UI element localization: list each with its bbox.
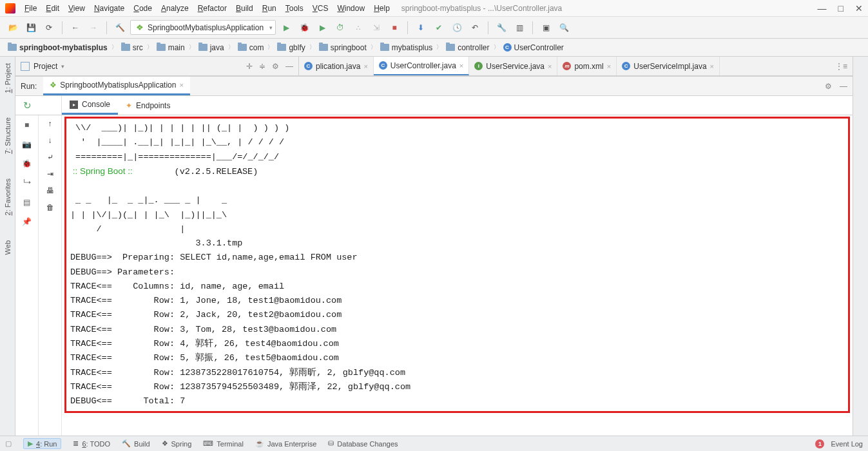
editor-tab-usercontrollerjava[interactable]: CUserController.java×: [374, 57, 469, 75]
breadcrumb-main[interactable]: main: [154, 42, 188, 53]
project-label[interactable]: Project: [34, 62, 57, 71]
settings-icon[interactable]: 🔧: [494, 20, 509, 35]
layout-icon[interactable]: ▤: [21, 197, 33, 208]
maximize-button[interactable]: □: [838, 3, 844, 14]
close-icon[interactable]: ×: [179, 81, 183, 89]
tab-endpoints[interactable]: ✦ Endpoints: [118, 96, 178, 115]
slideshow-icon[interactable]: ▣: [538, 20, 554, 35]
tab-console[interactable]: ▸ Console: [62, 96, 118, 115]
menu-tools[interactable]: Tools: [282, 2, 307, 15]
breadcrumb-springboot[interactable]: springboot: [316, 42, 369, 53]
debug-icon[interactable]: 🐞: [296, 20, 312, 35]
menu-analyze[interactable]: Analyze: [157, 2, 193, 15]
breadcrumb-mybatisplus[interactable]: mybatisplus: [378, 42, 435, 53]
editor-tab-pomxml[interactable]: mpom.xml×: [557, 57, 617, 75]
status-icon: ☕: [255, 439, 264, 448]
down-icon[interactable]: ↓: [48, 136, 52, 145]
breadcrumb-src[interactable]: src: [119, 42, 146, 53]
close-icon[interactable]: ×: [607, 62, 611, 70]
status-tab-javaenterprise[interactable]: ☕Java Enterprise: [255, 438, 316, 449]
status-tab-databasechanges[interactable]: ⛁Database Changes: [328, 438, 398, 449]
gear-icon[interactable]: ⚙: [272, 62, 279, 71]
menu-navigate[interactable]: Navigate: [90, 2, 128, 15]
close-icon[interactable]: ×: [710, 62, 714, 70]
run-config-tab[interactable]: ❖ SpringbootMybatisplusApplication ×: [43, 77, 190, 95]
pin-icon[interactable]: 📌: [21, 216, 33, 227]
status-tab-4run[interactable]: ▶4: Run: [23, 438, 61, 449]
breadcrumb-springboot-mybatisplus[interactable]: springboot-mybatisplus: [5, 42, 110, 53]
breadcrumb-controller[interactable]: controller: [443, 42, 492, 53]
expand-icon[interactable]: ≑: [259, 62, 265, 71]
menu-refactor[interactable]: Refactor: [194, 2, 231, 15]
tabs-overflow-icon[interactable]: ⋮≡: [830, 62, 853, 71]
up-icon[interactable]: ↑: [48, 119, 52, 128]
attach-icon[interactable]: ⇲: [369, 20, 384, 35]
status-tab-6todo[interactable]: ≣6: TODO: [73, 438, 110, 449]
breadcrumb-usercontroller[interactable]: CUserController: [501, 42, 566, 53]
concurrency-icon[interactable]: ⛬: [351, 20, 366, 35]
scroll-end-icon[interactable]: ⇥: [47, 169, 53, 178]
breadcrumb-gblfy[interactable]: gblfy: [275, 42, 307, 53]
close-icon[interactable]: ×: [459, 62, 463, 70]
close-icon[interactable]: ×: [363, 62, 367, 70]
chevron-down-icon[interactable]: ▾: [61, 63, 64, 70]
save-all-icon[interactable]: 💾: [23, 20, 39, 35]
status-tab-build[interactable]: 🔨Build: [122, 438, 149, 449]
history-icon[interactable]: 🕓: [449, 20, 465, 35]
run-config-selector[interactable]: ❖ SpringbootMybatisplusApplication: [130, 20, 276, 35]
hide-icon[interactable]: —: [840, 82, 847, 91]
exit-icon[interactable]: ⮡: [21, 177, 33, 189]
tool-tab-structure[interactable]: 7: Structure: [3, 115, 13, 157]
run-icon[interactable]: ▶: [278, 20, 294, 35]
menu-window[interactable]: Window: [333, 2, 369, 15]
reload-icon[interactable]: ⟳: [41, 20, 57, 35]
breadcrumb-com[interactable]: com: [235, 42, 267, 53]
coverage-icon[interactable]: ▶: [314, 20, 330, 35]
menu-help[interactable]: Help: [370, 2, 394, 15]
editor-tab-userserviceimpljava[interactable]: CUserServiceImpl.java×: [617, 57, 720, 75]
debug-rerun-icon[interactable]: 🐞: [21, 158, 33, 169]
editor-tab-plicationjava[interactable]: Cplication.java×: [299, 57, 374, 75]
tool-tab-project[interactable]: 1: Project: [3, 61, 13, 95]
close-button[interactable]: ✕: [855, 3, 863, 14]
wrap-icon[interactable]: ⤶: [47, 153, 53, 162]
stop-icon[interactable]: ■: [21, 119, 33, 131]
stop-icon[interactable]: ■: [387, 20, 402, 35]
profile-icon[interactable]: ⏱: [333, 20, 348, 35]
tool-tab-favorites[interactable]: 2: Favorites: [3, 176, 13, 218]
camera-icon[interactable]: 📷: [21, 139, 33, 150]
build-icon[interactable]: 🔨: [112, 20, 128, 35]
close-icon[interactable]: ×: [548, 62, 552, 70]
search-everywhere-icon[interactable]: 🔍: [556, 20, 572, 35]
minimize-button[interactable]: —: [818, 3, 827, 14]
menu-run[interactable]: Run: [258, 2, 280, 15]
locate-icon[interactable]: ✛: [246, 62, 253, 71]
back-icon[interactable]: ←: [68, 20, 83, 35]
open-icon[interactable]: 📂: [5, 20, 21, 35]
tool-windows-icon[interactable]: ▢: [5, 439, 12, 448]
status-tab-terminal[interactable]: ⌨Terminal: [203, 438, 244, 449]
print-icon[interactable]: 🖶: [46, 186, 54, 195]
menu-file[interactable]: File: [21, 2, 41, 15]
menu-build[interactable]: Build: [232, 2, 257, 15]
menu-edit[interactable]: Edit: [42, 2, 63, 15]
forward-icon[interactable]: →: [86, 20, 101, 35]
clear-icon[interactable]: 🗑: [46, 203, 54, 212]
menu-code[interactable]: Code: [130, 2, 156, 15]
error-count-badge[interactable]: 1: [815, 439, 824, 448]
project-structure-icon[interactable]: ▥: [512, 20, 527, 35]
menu-view[interactable]: View: [64, 2, 89, 15]
vcs-commit-icon[interactable]: ✔: [431, 20, 447, 35]
hide-icon[interactable]: —: [285, 62, 293, 71]
tool-tab-web[interactable]: Web: [3, 238, 13, 257]
revert-icon[interactable]: ↶: [467, 20, 483, 35]
event-log-button[interactable]: Event Log: [831, 440, 863, 448]
status-tab-spring[interactable]: ❖Spring: [162, 438, 192, 449]
rerun-icon[interactable]: ↻: [23, 100, 32, 111]
vcs-update-icon[interactable]: ⬇: [413, 20, 429, 35]
console-output[interactable]: \\/ ___)| |_)| | | | | || (_| | ) ) ) ) …: [62, 115, 853, 436]
menu-vcs[interactable]: VCS: [309, 2, 333, 15]
breadcrumb-java[interactable]: java: [196, 42, 227, 53]
gear-icon[interactable]: ⚙: [825, 82, 832, 91]
editor-tab-userservicejava[interactable]: IUserService.java×: [469, 57, 557, 75]
